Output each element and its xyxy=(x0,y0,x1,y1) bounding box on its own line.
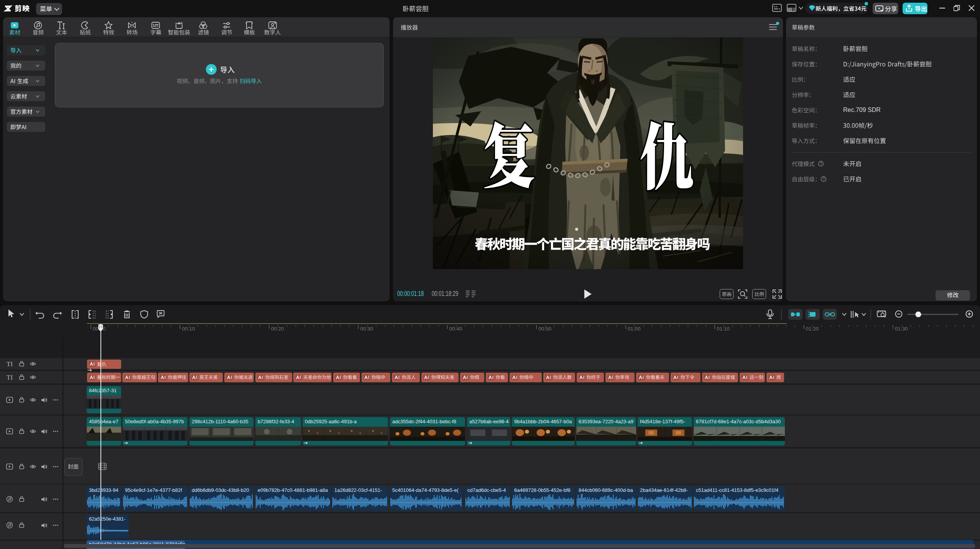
svg-text:00:50: 00:50 xyxy=(538,326,551,332)
svg-text:01:20: 01:20 xyxy=(806,326,819,332)
svg-text:01:30: 01:30 xyxy=(895,326,908,332)
svg-text:00:10: 00:10 xyxy=(182,326,195,332)
svg-text:00:30: 00:30 xyxy=(360,326,373,332)
svg-text:00:20: 00:20 xyxy=(271,326,284,332)
svg-text:01:10: 01:10 xyxy=(717,326,730,332)
svg-text:TI: TI xyxy=(7,374,13,381)
svg-text:TI: TI xyxy=(7,360,13,368)
svg-text:01:00: 01:00 xyxy=(628,326,641,332)
svg-text:00:40: 00:40 xyxy=(449,326,462,332)
